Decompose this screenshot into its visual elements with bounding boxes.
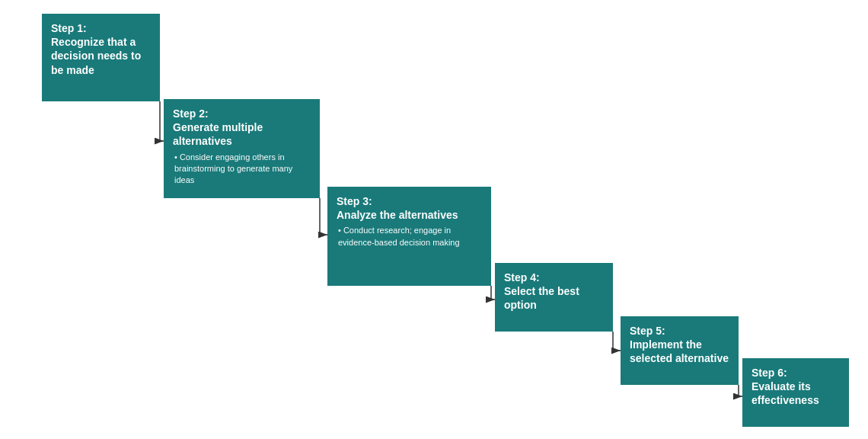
step-3-bullet: Conduct research; engage in evidence-bas… [337,225,482,248]
step-4-text: Select the best option [504,285,579,311]
step-2-text: Generate multiple alternatives [173,121,263,147]
step-1-box: Step 1: Recognize that a decision needs … [42,14,160,101]
step-3-number: Step 3: [337,195,372,207]
step-6-box: Step 6: Evaluate its effectiveness [742,358,849,427]
step-2-title: Step 2: Generate multiple alternatives [173,107,311,149]
step-4-box: Step 4: Select the best option [495,263,613,332]
step-5-box: Step 5: Implement the selected alternati… [621,316,739,385]
step-4-number: Step 4: [504,271,540,284]
step-2-number: Step 2: [173,107,209,120]
step-5-number: Step 5: [630,325,665,337]
connector-4-5 [613,332,621,351]
step-1-number: Step 1: [51,22,87,34]
step-3-title: Step 3: Analyze the alternatives [337,194,482,222]
step-2-bullet: Consider engaging others in brainstormin… [173,152,311,187]
step-3-box: Step 3: Analyze the alternatives Conduct… [327,187,491,286]
step-2-box: Step 2: Generate multiple alternatives C… [164,99,320,198]
connector-2-3 [320,198,327,235]
step-5-title: Step 5: Implement the selected alternati… [630,324,729,366]
step-4-title: Step 4: Select the best option [504,271,604,312]
step-6-number: Step 6: [752,367,787,379]
step-6-title: Step 6: Evaluate its effectiveness [752,366,840,408]
step-3-text: Analyze the alternatives [337,209,458,221]
step-1-text: Recognize that a decision needs to be ma… [51,36,141,75]
diagram-container: Step 1: Recognize that a decision needs … [0,0,868,439]
step-6-text: Evaluate its effectiveness [752,380,819,406]
step-5-text: Implement the selected alternative [630,338,729,364]
step-1-title: Step 1: Recognize that a decision needs … [51,21,151,77]
